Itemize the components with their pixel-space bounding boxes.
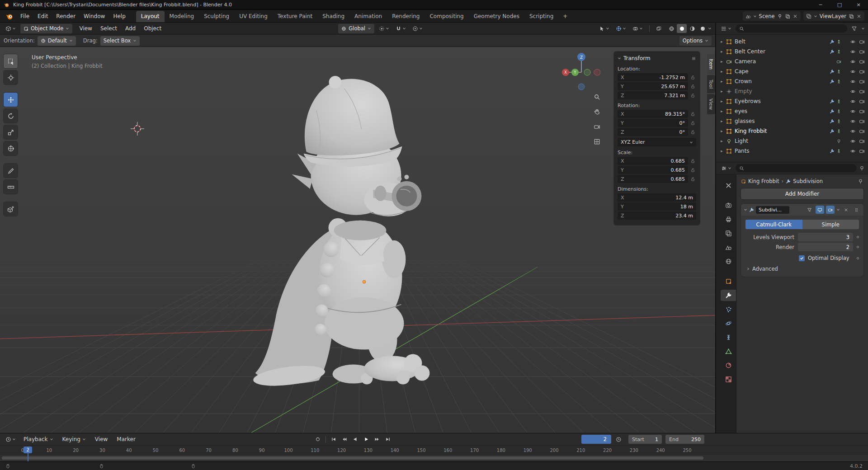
mode-dropdown[interactable]: Object Mode — [20, 24, 72, 33]
disclosure-icon[interactable]: ▸ — [719, 49, 724, 54]
timeline-menu-marker[interactable]: Marker — [113, 435, 139, 444]
close-button[interactable]: × — [849, 0, 868, 10]
render-visibility-toggle[interactable] — [859, 138, 865, 144]
tab-object[interactable] — [721, 276, 736, 287]
disclosure-icon[interactable]: ▸ — [719, 119, 724, 123]
tab-object-data[interactable] — [721, 346, 736, 357]
tab-scene[interactable] — [721, 242, 736, 253]
lock-open-icon[interactable] — [689, 75, 696, 80]
visibility-eye-toggle[interactable] — [850, 59, 856, 65]
previous-keyframe-button[interactable] — [340, 435, 349, 444]
end-frame-field[interactable]: End 250 — [665, 435, 704, 444]
collapse-chevron-icon[interactable] — [744, 208, 747, 212]
start-frame-field[interactable]: Start 1 — [628, 435, 662, 444]
jump-to-start-button[interactable] — [329, 435, 339, 444]
transform-field-rotation-z[interactable]: Z0° — [618, 128, 688, 136]
lock-open-icon[interactable] — [689, 93, 696, 98]
tab-texture[interactable] — [721, 374, 736, 385]
tool-select-box[interactable] — [4, 54, 18, 68]
menu-help[interactable]: Help — [109, 12, 129, 21]
material-shading-button[interactable] — [687, 24, 697, 33]
auto-keying-toggle[interactable] — [313, 435, 323, 444]
viewport-menu-add[interactable]: Add — [121, 24, 140, 33]
collapse-chevron-icon[interactable] — [618, 56, 621, 60]
outliner-item-pants[interactable]: ▸Pants — [716, 146, 868, 156]
tool-annotate[interactable] — [4, 164, 18, 178]
orientation-dropdown[interactable]: Default — [38, 36, 76, 46]
editor-type-button[interactable] — [4, 436, 18, 443]
chevron-down-icon[interactable] — [708, 27, 712, 30]
editor-type-button[interactable] — [719, 164, 733, 172]
navigation-gizmo[interactable]: Z X Y — [560, 50, 605, 95]
workspace-tab-rendering[interactable]: Rendering — [387, 11, 425, 22]
render-visibility-toggle[interactable] — [859, 118, 865, 124]
pivot-point-button[interactable] — [377, 25, 391, 33]
tab-material[interactable] — [721, 360, 736, 371]
xray-toggle[interactable] — [654, 25, 664, 33]
workspace-tab-shading[interactable]: Shading — [317, 11, 349, 22]
blender-menu-button[interactable] — [4, 11, 15, 21]
sidebar-tab-tool[interactable]: Tool — [707, 75, 715, 93]
overlays-button[interactable] — [631, 25, 645, 33]
outliner-item-king-frobbit[interactable]: ▸King Frobbit — [716, 126, 868, 136]
sidebar-tab-item[interactable]: Item — [707, 54, 715, 74]
visibility-eye-toggle[interactable] — [850, 99, 856, 104]
outliner-item-eyes[interactable]: ▸eyes — [716, 106, 868, 116]
maximize-button[interactable]: □ — [830, 0, 849, 10]
solid-shading-button[interactable] — [677, 24, 687, 33]
scene-selector[interactable]: Scene — [743, 11, 801, 21]
disclosure-icon[interactable]: ▸ — [719, 89, 724, 94]
render-visibility-toggle[interactable] — [859, 69, 865, 75]
workspace-tab-modeling[interactable]: Modeling — [165, 11, 199, 22]
disclosure-icon[interactable]: ▸ — [719, 59, 724, 64]
current-frame-marker[interactable]: 2 — [24, 446, 32, 453]
modifier-name-field[interactable]: Subdivi... — [756, 206, 789, 214]
levels-viewport-field[interactable]: 3 — [798, 233, 853, 241]
menu-render[interactable]: Render — [52, 12, 80, 21]
gizmo-z-negative[interactable] — [578, 84, 585, 90]
timeline-menu-view[interactable]: View — [91, 435, 112, 444]
unlink-scene-icon[interactable] — [793, 14, 798, 19]
tab-modifiers[interactable] — [721, 290, 736, 301]
transform-field-dimensions-y[interactable]: Y18 m — [618, 202, 696, 211]
lock-open-icon[interactable] — [689, 112, 696, 117]
gizmo-x-negative[interactable] — [594, 69, 600, 75]
breadcrumb-object[interactable]: King Frobbit — [748, 178, 779, 184]
editor-type-button[interactable] — [719, 25, 733, 33]
outliner-item-cape[interactable]: ▸Cape — [716, 66, 868, 76]
minimize-button[interactable]: ─ — [811, 0, 830, 10]
workspace-tab-texture-paint[interactable]: Texture Paint — [273, 11, 317, 22]
view-layer-selector[interactable]: ViewLayer — [803, 11, 864, 21]
workspace-tab-layout[interactable]: Layout — [136, 11, 165, 22]
outliner-search-input[interactable] — [736, 24, 847, 33]
new-scene-icon[interactable] — [785, 14, 790, 19]
tab-physics[interactable] — [721, 318, 736, 329]
disclosure-icon[interactable]: ▸ — [719, 69, 724, 74]
panel-menu-icon[interactable] — [691, 56, 696, 61]
proportional-editing-button[interactable] — [410, 25, 425, 33]
render-visibility-toggle[interactable] — [859, 49, 865, 55]
transform-field-location-x[interactable]: X-1.2752 m — [618, 73, 688, 81]
visibility-eye-toggle[interactable] — [850, 108, 856, 114]
render-visibility-toggle[interactable] — [859, 79, 865, 85]
render-visibility-toggle[interactable] — [859, 108, 865, 114]
workspace-tab-uv-editing[interactable]: UV Editing — [234, 11, 273, 22]
modifier-extras-icon[interactable] — [836, 208, 840, 212]
tab-tool[interactable] — [721, 180, 736, 191]
tool-scale[interactable] — [4, 125, 18, 139]
animate-dot[interactable] — [857, 246, 859, 248]
camera-view-button[interactable] — [590, 120, 603, 133]
snapping-button[interactable] — [394, 25, 408, 33]
play-button[interactable] — [361, 435, 371, 444]
character-model[interactable] — [252, 76, 430, 389]
workspace-tab-geometry-nodes[interactable]: Geometry Nodes — [469, 11, 524, 22]
render-visibility-toggle[interactable] — [859, 39, 865, 45]
outliner-item-glasses[interactable]: ▸glasses — [716, 116, 868, 126]
tab-particles[interactable] — [721, 304, 736, 315]
tab-view-layer[interactable] — [721, 228, 736, 239]
transform-field-location-y[interactable]: Y25.657 m — [618, 82, 688, 90]
lock-open-icon[interactable] — [689, 121, 696, 126]
outliner-item-light[interactable]: ▸Light — [716, 136, 868, 146]
new-view-layer-icon[interactable] — [849, 14, 854, 19]
visibility-eye-toggle[interactable] — [850, 39, 856, 45]
